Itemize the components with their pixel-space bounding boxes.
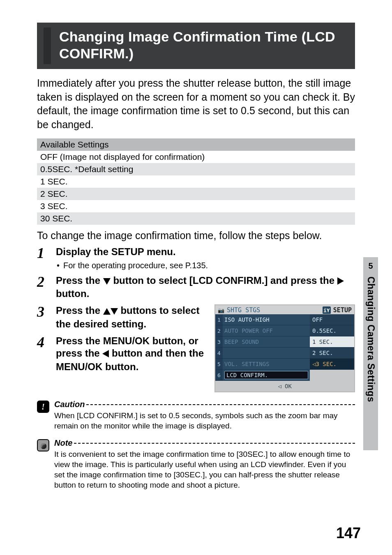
setting-row: 3 SEC.: [37, 200, 355, 212]
left-triangle-icon: [102, 348, 109, 361]
svg-marker-0: [103, 278, 111, 285]
svg-marker-2: [103, 308, 111, 315]
setting-row: 0.5SEC. *Default setting: [37, 163, 355, 175]
note-block: Note It is convenient to set the image c…: [37, 438, 355, 490]
note-label: Note: [54, 438, 72, 448]
n: 1: [215, 314, 223, 325]
down-triangle-icon: [103, 275, 111, 288]
text: Press the: [56, 305, 103, 316]
n: 2: [215, 325, 223, 336]
text: Press the: [56, 275, 103, 286]
step-2: 2 Press the button to select [LCD CONFIR…: [37, 274, 355, 300]
lcd-row-numbers: 1 2 3 4 5 6: [215, 314, 223, 381]
step-number: 2: [37, 274, 49, 289]
lcd-ok-bar: ◁ OK: [215, 381, 354, 391]
chapter-number: 5: [368, 261, 373, 271]
lcd-row-label: LCD CONFIRM.: [224, 371, 308, 379]
tool-icon: iY: [323, 306, 331, 314]
n: 6: [215, 370, 223, 381]
caution-label: Caution: [54, 400, 85, 409]
lcd-row: AUTO POWER OFF: [223, 325, 310, 336]
steps-list: 1 Display the SETUP menu. For the operat…: [37, 246, 355, 300]
side-tab-label: Changing Camera Settings: [365, 276, 376, 402]
lcd-tab-active: SETUP: [333, 306, 352, 314]
svg-marker-1: [337, 277, 344, 285]
lcd-row-selected: LCD CONFIRM.: [223, 370, 310, 381]
lcd-row: ISO AUTO-HIGH: [223, 314, 310, 325]
n: 3: [215, 336, 223, 348]
step-number: 1: [37, 246, 49, 260]
dash-line: [86, 404, 355, 405]
note-text: It is convenient to set the image confir…: [54, 449, 355, 490]
note-heading: Note: [54, 438, 355, 448]
up-triangle-icon: [103, 305, 111, 318]
lcd-menu-rows: ISO AUTO-HIGH AUTO POWER OFF BEEP SOUND …: [223, 314, 310, 381]
side-tab: 5 Changing Camera Settings: [363, 257, 378, 450]
lcd-tabs: 📷 SHTG STGS iY SETUP: [215, 305, 354, 314]
lcd-row-label: VOL. SETTINGS: [224, 361, 308, 367]
lcd-row: VOL. SETTINGS: [223, 359, 310, 370]
down-triangle-icon: [111, 305, 118, 318]
steps-row: 3 Press the buttons to select the desire…: [37, 304, 355, 392]
step-title: Press the button to select [LCD CONFIRM.…: [56, 274, 355, 300]
svg-marker-3: [111, 308, 118, 315]
caution-block: Caution When [LCD CONFIRM.] is set to 0.…: [37, 400, 355, 431]
section-title-box: Changing Image Confirmation Time (LCD CO…: [37, 23, 355, 69]
lcd-grid: 1 2 3 4 5 6 ISO AUTO-HIGH AUTO POWER OFF…: [215, 314, 354, 381]
setting-row: 30 SEC.: [37, 212, 355, 225]
follow-text: To change the image confirmation time, f…: [37, 230, 355, 242]
lcd-val: OFF: [310, 314, 354, 325]
step-number: 4: [37, 335, 49, 350]
setting-row: OFF (Image not displayed for confirmatio…: [37, 151, 355, 163]
steps-list-cont: 3 Press the buttons to select the desire…: [37, 304, 207, 373]
camera-icon: 📷: [218, 307, 224, 313]
lcd-val: 2 SEC.: [310, 348, 354, 359]
step-3: 3 Press the buttons to select the desire…: [37, 304, 207, 330]
lcd-screenshot: 📷 SHTG STGS iY SETUP 1 2 3 4 5 6 ISO AUT…: [214, 304, 355, 392]
lcd-row: BEEP SOUND: [223, 336, 310, 348]
intro-paragraph: Immediately after you press the shutter …: [37, 76, 355, 132]
step-title: Press the buttons to select the desired …: [56, 304, 207, 330]
n: 4: [215, 348, 223, 359]
step-4: 4 Press the MENU/OK button, or press the…: [37, 335, 207, 373]
lcd-val-selected: ◁3 SEC.: [310, 359, 354, 370]
lcd-tab-inactive: SHTG STGS: [227, 306, 320, 314]
lcd-row-label: AUTO POWER OFF: [224, 327, 308, 334]
dash-line: [74, 443, 355, 444]
title-accent-bar: [44, 28, 51, 64]
caution-icon: [37, 401, 49, 413]
lcd-row-label: ISO AUTO-HIGH: [224, 316, 308, 323]
settings-header: Available Settings: [37, 138, 355, 151]
section-title: Changing Image Confirmation Time (LCD CO…: [59, 28, 347, 62]
step-1: 1 Display the SETUP menu. For the operat…: [37, 246, 355, 270]
lcd-val-text: 3 SEC.: [316, 361, 337, 367]
page-number: 147: [336, 525, 361, 542]
step-title: Display the SETUP menu.: [56, 246, 355, 258]
lcd-row: [223, 348, 310, 359]
n: 5: [215, 359, 223, 370]
text: button to select [LCD CONFIRM.] and pres…: [113, 275, 337, 286]
available-settings-table: Available Settings OFF (Image not displa…: [37, 138, 355, 225]
caution-heading: Caution: [54, 400, 355, 409]
setting-row: 2 SEC.: [37, 188, 355, 200]
note-icon: [37, 439, 49, 451]
svg-marker-4: [102, 350, 109, 357]
text: button.: [56, 288, 89, 299]
setting-row: 1 SEC.: [37, 175, 355, 188]
caution-text: When [LCD CONFIRM.] is set to 0.5 second…: [54, 411, 355, 431]
lcd-row-label: BEEP SOUND: [224, 339, 308, 345]
lcd-val: 1 SEC.: [310, 336, 354, 348]
step-title: Press the MENU/OK button, or press the b…: [56, 335, 207, 373]
lcd-val: 0.5SEC.: [310, 325, 354, 336]
step-number: 3: [37, 304, 49, 319]
manual-page: Changing Image Confirmation Time (LCD CO…: [0, 0, 392, 555]
lcd-value-column: OFF 0.5SEC. 1 SEC. 2 SEC. ◁3 SEC.: [310, 314, 354, 381]
step-subtext: For the operating procedure, see P.135.: [56, 261, 355, 270]
right-triangle-icon: [337, 275, 344, 288]
